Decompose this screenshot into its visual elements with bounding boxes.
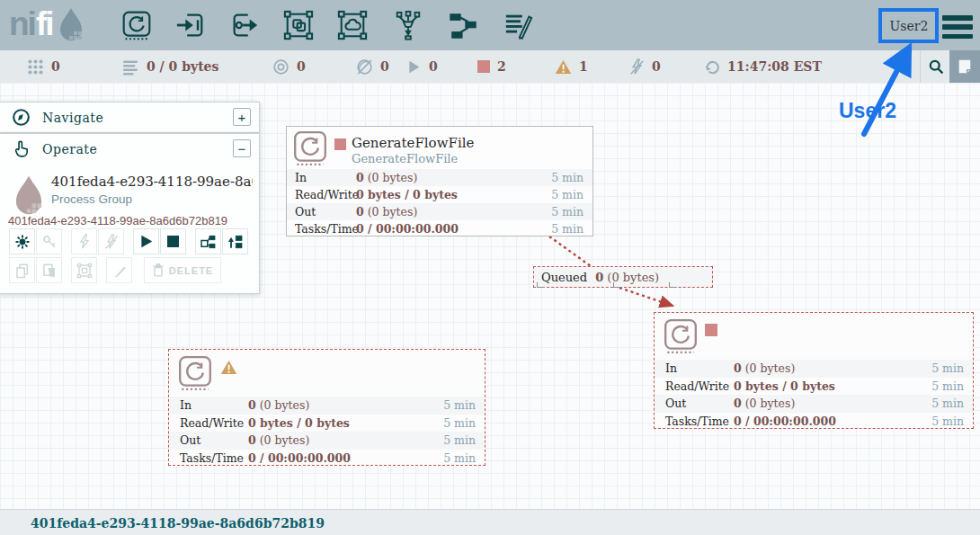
selected-component-type: Process Group bbox=[51, 192, 132, 206]
bulletin-note-button[interactable] bbox=[949, 50, 980, 83]
operate-title: Operate bbox=[42, 142, 97, 156]
drag-processor-button[interactable] bbox=[121, 10, 152, 40]
stopped-state-icon bbox=[705, 324, 717, 336]
active-threads-icon bbox=[27, 58, 44, 76]
stat-row-readwrite: Read/Write0 bytes / 0 bytes5 min bbox=[287, 186, 592, 203]
not-transmitting-count: 0 bbox=[380, 59, 389, 74]
hand-pointer-icon bbox=[12, 139, 31, 158]
active-threads-stat: 0 bbox=[27, 50, 60, 83]
drag-template-button[interactable] bbox=[448, 10, 478, 40]
refresh-stat[interactable]: 11:47:08 EST bbox=[704, 50, 822, 83]
transmitting-stat: 0 bbox=[272, 50, 306, 83]
transmitting-count: 0 bbox=[297, 59, 306, 74]
processor-ghost-stopped[interactable]: In0 (0 bytes)5 min Read/Write0 bytes / 0… bbox=[654, 312, 974, 429]
processor-icon bbox=[663, 317, 699, 355]
drag-remote-process-group-button[interactable] bbox=[337, 10, 368, 40]
compass-icon bbox=[12, 108, 31, 127]
configure-button[interactable] bbox=[9, 228, 35, 254]
processor-stats: In0 (0 bytes)5 min Read/Write0 bytes / 0… bbox=[655, 360, 973, 430]
queued-icon bbox=[121, 58, 139, 76]
logo-text-fi: fi bbox=[36, 5, 53, 43]
processor-icon bbox=[292, 129, 328, 167]
running-count: 0 bbox=[429, 59, 438, 74]
operate-collapse-button[interactable]: − bbox=[233, 139, 251, 157]
global-menu-button[interactable] bbox=[942, 15, 973, 39]
selected-component-name: 401feda4-e293-4118-99ae-8a6d... bbox=[51, 174, 253, 190]
flow-canvas[interactable]: Queued 0 (0 bytes) GenerateFlowFile Gene… bbox=[0, 83, 980, 509]
drag-label-button[interactable] bbox=[503, 10, 534, 40]
enable-button[interactable] bbox=[71, 228, 97, 254]
start-button[interactable] bbox=[133, 228, 159, 254]
stopped-stat: 2 bbox=[477, 50, 506, 83]
breadcrumb-bar: 401feda4-e293-4118-99ae-8a6d6b72b819 bbox=[0, 509, 980, 535]
stopped-state-icon bbox=[334, 138, 346, 150]
delete-button[interactable]: DELETE bbox=[144, 257, 221, 283]
active-threads-count: 0 bbox=[51, 59, 60, 74]
processor-header bbox=[655, 313, 973, 360]
operate-header: Operate − bbox=[0, 134, 259, 164]
navigate-panel: Navigate + bbox=[0, 102, 260, 133]
connection-handle bbox=[537, 282, 545, 288]
invalid-count: 1 bbox=[579, 59, 588, 74]
upload-template-button[interactable] bbox=[222, 228, 248, 254]
operate-panel: Operate − 401feda4-e293-4118-99ae-8a6d..… bbox=[0, 133, 260, 294]
transmitting-icon bbox=[272, 58, 290, 76]
breadcrumb: 401feda4-e293-4118-99ae-8a6d6b72b819 bbox=[31, 516, 325, 531]
processor-stats: In0 (0 bytes)5 min Read/Write0 bytes / 0… bbox=[287, 169, 592, 237]
connection-queued-label: Queued bbox=[541, 271, 587, 284]
processor-type: GenerateFlowFile bbox=[352, 152, 458, 165]
stopped-count: 2 bbox=[497, 59, 506, 74]
last-refresh-time: 11:47:08 EST bbox=[727, 59, 822, 74]
stat-row-readwrite: Read/Write0 bytes / 0 bytes5 min bbox=[169, 415, 485, 432]
stop-button[interactable] bbox=[160, 228, 186, 254]
nifi-logo: ni fi bbox=[9, 5, 86, 43]
stat-row-taskstime: Tasks/Time0 / 00:00:00.0005 min bbox=[655, 413, 973, 431]
logo-text-ni: ni bbox=[9, 5, 35, 43]
stopped-icon bbox=[477, 60, 490, 73]
drag-output-port-button[interactable] bbox=[229, 10, 260, 40]
navigate-title: Navigate bbox=[42, 111, 103, 125]
stat-row-in: In0 (0 bytes)5 min bbox=[655, 360, 973, 378]
connection-label[interactable]: Queued 0 (0 bytes) bbox=[533, 266, 713, 288]
search-button[interactable] bbox=[922, 50, 949, 83]
processor-header: GenerateFlowFile GenerateFlowFile bbox=[287, 127, 592, 169]
current-user-label[interactable]: User2 bbox=[879, 9, 939, 42]
connection-queued-value: 0 (0 bytes) bbox=[595, 271, 659, 284]
stat-row-out: Out0 (0 bytes)5 min bbox=[287, 203, 592, 220]
copy-button[interactable] bbox=[9, 257, 35, 283]
process-group-drop-icon bbox=[11, 174, 47, 217]
navigate-header: Navigate + bbox=[0, 103, 259, 132]
paste-button[interactable] bbox=[36, 257, 62, 283]
stat-row-in: In0 (0 bytes)5 min bbox=[169, 397, 485, 415]
queued-count: 0 / 0 bytes bbox=[147, 59, 218, 74]
invalid-icon bbox=[555, 59, 572, 75]
delete-label: DELETE bbox=[169, 265, 213, 276]
not-transmitting-icon bbox=[356, 58, 373, 76]
drag-process-group-button[interactable] bbox=[283, 10, 314, 40]
connection-handle bbox=[613, 282, 621, 288]
stat-row-taskstime: Tasks/Time0 / 00:00:00.0005 min bbox=[169, 450, 485, 468]
disable-button[interactable] bbox=[98, 228, 124, 254]
color-button[interactable] bbox=[106, 257, 132, 283]
nifi-drop-icon bbox=[56, 6, 86, 42]
create-template-button[interactable] bbox=[195, 228, 221, 254]
group-button[interactable] bbox=[71, 257, 97, 283]
invalid-stat: 1 bbox=[555, 50, 588, 83]
refresh-icon[interactable] bbox=[704, 58, 720, 75]
drag-input-port-button[interactable] bbox=[175, 10, 206, 40]
disabled-stat: 0 bbox=[629, 50, 661, 83]
navigate-expand-button[interactable]: + bbox=[233, 108, 251, 126]
flow-status-bar: 0 0 / 0 bytes 0 0 0 2 bbox=[0, 50, 980, 84]
stat-row-out: Out0 (0 bytes)5 min bbox=[655, 395, 973, 413]
processor-icon bbox=[177, 354, 213, 392]
nifi-app: ni fi User2 bbox=[0, 0, 980, 535]
processor-ghost-invalid[interactable]: In0 (0 bytes)5 min Read/Write0 bytes / 0… bbox=[168, 349, 486, 466]
disabled-icon bbox=[629, 58, 645, 76]
processor-generateflowfile[interactable]: GenerateFlowFile GenerateFlowFile In0 (0… bbox=[286, 126, 593, 236]
running-stat: 0 bbox=[406, 50, 438, 83]
processor-stats: In0 (0 bytes)5 min Read/Write0 bytes / 0… bbox=[169, 397, 485, 467]
stat-row-out: Out0 (0 bytes)5 min bbox=[169, 432, 485, 450]
selected-component-id: 401feda4-e293-4118-99ae-8a6d6b72b819 bbox=[8, 214, 227, 227]
drag-funnel-button[interactable] bbox=[393, 10, 423, 40]
access-policies-button[interactable] bbox=[36, 228, 62, 254]
